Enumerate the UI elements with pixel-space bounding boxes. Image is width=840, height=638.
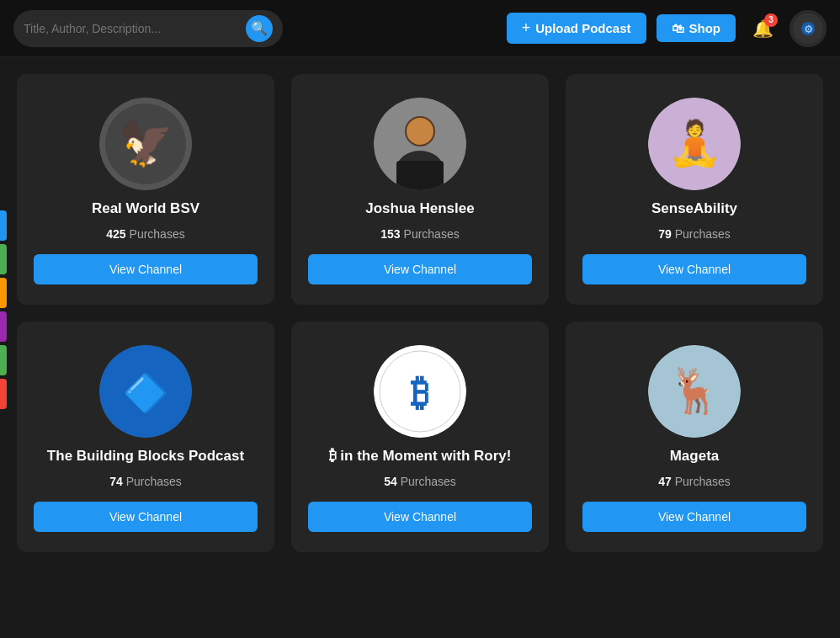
svg-text:🧘: 🧘 <box>667 117 722 169</box>
channel-name: Mageta <box>670 448 720 465</box>
view-channel-button[interactable]: View Channel <box>308 502 532 532</box>
avatar[interactable]: ⚙ <box>789 10 827 47</box>
channel-card: 🔷 The Building Blocks Podcast 74 Purchas… <box>17 322 274 552</box>
side-indicator <box>0 345 7 375</box>
channel-grid: 🦅 Real World BSV 425 Purchases View Chan… <box>17 74 823 552</box>
purchases-count: 425 <box>106 227 125 241</box>
search-icon: 🔍 <box>251 20 268 36</box>
svg-rect-12 <box>396 161 444 190</box>
avatar-image: ⚙ <box>789 10 827 47</box>
channel-purchases: 54 Purchases <box>384 475 456 488</box>
channel-name: Real World BSV <box>92 200 199 217</box>
plus-icon: + <box>522 19 531 37</box>
search-input[interactable] <box>24 22 239 35</box>
side-indicator <box>0 278 7 308</box>
shop-label: Shop <box>689 21 721 35</box>
purchases-count: 79 <box>658 227 672 241</box>
channel-purchases: 425 Purchases <box>106 227 184 241</box>
channel-avatar: ₿ <box>374 345 466 438</box>
notification-button[interactable]: 🔔 3 <box>746 12 779 45</box>
shop-bag-icon: 🛍 <box>672 21 684 35</box>
channel-card: ₿ ₿ in the Moment with Rory! 54 Purchase… <box>291 322 549 552</box>
channel-avatar: 🦅 <box>99 98 192 190</box>
channel-name: Joshua Henslee <box>365 200 474 217</box>
purchases-count: 153 <box>380 227 400 241</box>
view-channel-button[interactable]: View Channel <box>34 254 258 284</box>
channel-avatar: 🦌 <box>648 345 741 438</box>
side-indicator <box>0 210 7 241</box>
svg-point-11 <box>407 118 433 145</box>
header: 🔍 + Upload Podcast 🛍 Shop 🔔 3 ⚙ <box>0 0 840 57</box>
view-channel-button[interactable]: View Channel <box>308 254 532 284</box>
svg-text:🦌: 🦌 <box>667 364 722 417</box>
upload-podcast-label: Upload Podcast <box>535 21 630 35</box>
upload-podcast-button[interactable]: + Upload Podcast <box>507 13 646 44</box>
channel-name: The Building Blocks Podcast <box>47 448 244 465</box>
channel-purchases: 153 Purchases <box>380 227 459 241</box>
channel-avatar <box>374 98 466 190</box>
channel-card: 🧘 SenseAbility 79 Purchases View Channel <box>566 74 823 305</box>
channel-name: ₿ in the Moment with Rory! <box>329 448 512 465</box>
svg-text:₿: ₿ <box>411 372 429 413</box>
purchases-count: 74 <box>109 475 123 488</box>
side-indicators <box>0 210 7 409</box>
channel-avatar: 🧘 <box>648 98 741 190</box>
svg-text:🔷: 🔷 <box>123 371 169 415</box>
side-indicator <box>0 311 7 342</box>
view-channel-button[interactable]: View Channel <box>582 254 806 284</box>
purchases-count: 47 <box>658 475 672 488</box>
search-button[interactable]: 🔍 <box>246 15 273 42</box>
side-indicator <box>0 244 7 274</box>
channel-name: SenseAbility <box>651 200 737 217</box>
svg-text:⚙: ⚙ <box>804 24 813 35</box>
channel-card: Joshua Henslee 153 Purchases View Channe… <box>291 74 549 305</box>
channel-purchases: 47 Purchases <box>658 475 731 488</box>
shop-button[interactable]: 🛍 Shop <box>657 14 736 42</box>
channel-avatar: 🔷 <box>99 345 192 438</box>
svg-text:🦅: 🦅 <box>119 117 173 169</box>
channel-card: 🦅 Real World BSV 425 Purchases View Chan… <box>17 74 274 305</box>
view-channel-button[interactable]: View Channel <box>582 502 806 532</box>
view-channel-button[interactable]: View Channel <box>34 502 258 532</box>
channel-purchases: 74 Purchases <box>109 475 182 488</box>
main-content: 🦅 Real World BSV 425 Purchases View Chan… <box>0 57 840 569</box>
channel-card: 🦌 Mageta 47 Purchases View Channel <box>566 322 823 552</box>
channel-purchases: 79 Purchases <box>658 227 731 241</box>
search-container: 🔍 <box>13 10 283 47</box>
purchases-count: 54 <box>384 475 397 488</box>
side-indicator <box>0 379 7 409</box>
notification-badge: 3 <box>764 13 778 27</box>
